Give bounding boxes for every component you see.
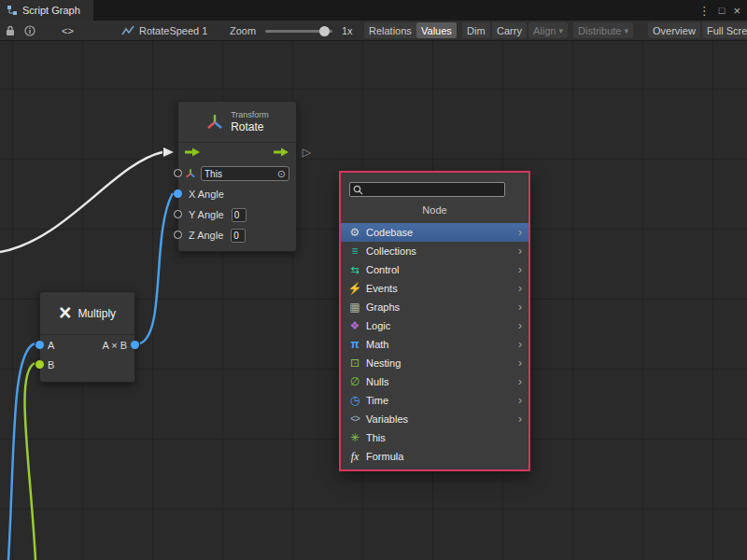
graph-name: RotateSpeed 1 [139, 25, 207, 36]
multiply-node-header: × Multiply [40, 292, 134, 335]
finder-item-collections[interactable]: ≡ Collections › [341, 242, 529, 260]
finder-item-variables[interactable]: <> Variables › [341, 410, 529, 428]
finder-item-label: This [366, 432, 386, 443]
list-icon: ≡ [347, 245, 362, 258]
chevron-right-icon: › [518, 282, 522, 295]
zoom-label: Zoom [230, 21, 256, 41]
finder-header: Node [341, 204, 529, 217]
multiply-icon: × [59, 302, 71, 324]
finder-item-label: Time [366, 395, 388, 406]
z-angle-port[interactable] [174, 231, 182, 239]
finder-item-label: Control [366, 264, 399, 275]
finder-item-label: Logic [366, 320, 390, 331]
finder-item-label: Events [366, 283, 398, 294]
script-graph-window: Script Graph ⋮ □ × <> RotateSpeed 1 Zoom… [0, 0, 747, 560]
align-label: Align [533, 25, 556, 36]
y-angle-input[interactable] [232, 208, 247, 222]
finder-item-label: Formula [366, 451, 403, 462]
output-port[interactable] [131, 341, 139, 349]
output-label: A × B [102, 340, 127, 351]
tab-bar: Script Graph ⋮ □ × [0, 0, 747, 21]
chevron-right-icon: › [518, 357, 522, 370]
overview-button[interactable]: Overview [648, 22, 700, 38]
maximize-icon[interactable]: □ [719, 5, 726, 16]
finder-item-label: Nesting [366, 357, 401, 369]
window-menu-icon[interactable]: ⋮ [698, 4, 711, 18]
chevron-right-icon: › [518, 394, 522, 407]
chevron-right-icon: › [518, 226, 522, 239]
distribute-label: Distribute [578, 25, 621, 36]
transform-axes-icon [185, 168, 196, 179]
flow-output-port[interactable] [274, 147, 289, 160]
chevron-right-icon: › [518, 245, 522, 258]
lock-button[interactable] [6, 21, 15, 41]
finder-item-nulls[interactable]: ∅ Nulls › [341, 372, 529, 391]
distribute-button[interactable]: Distribute▾ [573, 22, 633, 38]
node-finder-popup: Node ⚙ Codebase › ≡ Collections › ⇆ Cont… [339, 171, 530, 471]
flow-arrow-icon [185, 147, 201, 158]
chevron-down-icon: ▾ [624, 26, 628, 35]
finder-search[interactable] [349, 182, 505, 197]
zoom-slider[interactable] [265, 30, 332, 33]
finder-item-time[interactable]: ◷ Time › [341, 391, 529, 410]
this-row: This ⊙ [178, 163, 296, 184]
chevron-right-icon: › [518, 375, 522, 388]
input-b-port[interactable] [35, 360, 44, 369]
finder-item-codebase[interactable]: ⚙ Codebase › [341, 223, 529, 242]
this-port[interactable] [174, 169, 182, 177]
search-input[interactable] [366, 184, 501, 195]
y-angle-port[interactable] [174, 210, 182, 218]
rotate-node[interactable]: Transform Rotate ▷ This ⊙ [177, 101, 297, 252]
x-angle-label: X Angle [189, 189, 224, 200]
finder-item-nesting[interactable]: ⊡ Nesting › [341, 354, 529, 372]
node-footer [40, 374, 134, 382]
finder-item-events[interactable]: ⚡ Events › [341, 279, 529, 298]
flow-output-marker[interactable]: ▷ [303, 147, 311, 158]
flow-row: ▷ [178, 143, 296, 163]
x-angle-port[interactable] [174, 189, 182, 198]
chevron-right-icon: › [518, 319, 522, 332]
align-button[interactable]: Align▾ [529, 22, 568, 38]
dim-button[interactable]: Dim [462, 22, 490, 38]
info-button[interactable] [24, 21, 35, 41]
multiply-node[interactable]: × Multiply A A × B B [39, 291, 135, 383]
finder-item-label: Collections [366, 245, 416, 257]
rotate-node-header: Transform Rotate [178, 102, 296, 143]
graph-breadcrumb[interactable]: RotateSpeed 1 [121, 21, 207, 41]
chevron-right-icon: › [518, 413, 522, 426]
flow-arrow-icon [274, 147, 289, 158]
fullscreen-button[interactable]: Full Screen [702, 22, 747, 38]
variables-icon: <> [347, 413, 362, 426]
values-button[interactable]: Values [416, 22, 457, 38]
finder-item-math[interactable]: π Math › [341, 335, 529, 354]
finder-item-label: Math [366, 339, 388, 350]
flow-input-port[interactable] [185, 147, 201, 160]
finder-item-logic[interactable]: ❖ Logic › [341, 316, 529, 335]
input-a-row: A A × B [40, 335, 134, 355]
relations-button[interactable]: Relations [364, 22, 416, 38]
search-icon [353, 185, 363, 195]
node-category: Transform [231, 110, 269, 120]
input-b-label: B [48, 359, 54, 371]
this-object-field[interactable]: This ⊙ [201, 166, 289, 181]
zoom-knob[interactable] [319, 26, 330, 36]
finder-item-graphs[interactable]: ▦ Graphs › [341, 298, 529, 316]
finder-item-formula[interactable]: fx Formula [341, 447, 529, 466]
pi-icon: π [347, 338, 362, 351]
input-a-port[interactable] [35, 341, 44, 349]
finder-item-this[interactable]: ✳ This [341, 428, 529, 447]
finder-item-control[interactable]: ⇆ Control › [341, 260, 529, 279]
object-picker-icon[interactable]: ⊙ [277, 168, 286, 180]
close-icon[interactable]: × [733, 4, 740, 18]
transform-axes-icon [205, 113, 224, 132]
tab-script-graph[interactable]: Script Graph [0, 0, 93, 21]
y-angle-row: Y Angle [178, 204, 296, 225]
gear-icon: ⚙ [347, 226, 362, 239]
carry-button[interactable]: Carry [492, 22, 527, 38]
logic-icon: ❖ [347, 319, 362, 332]
tab-title: Script Graph [22, 5, 80, 16]
finder-list: ⚙ Codebase › ≡ Collections › ⇆ Control ›… [341, 223, 529, 466]
graph-asset-icon [121, 25, 134, 36]
z-angle-input[interactable] [231, 229, 246, 243]
code-preview-button[interactable]: <> [62, 21, 74, 41]
